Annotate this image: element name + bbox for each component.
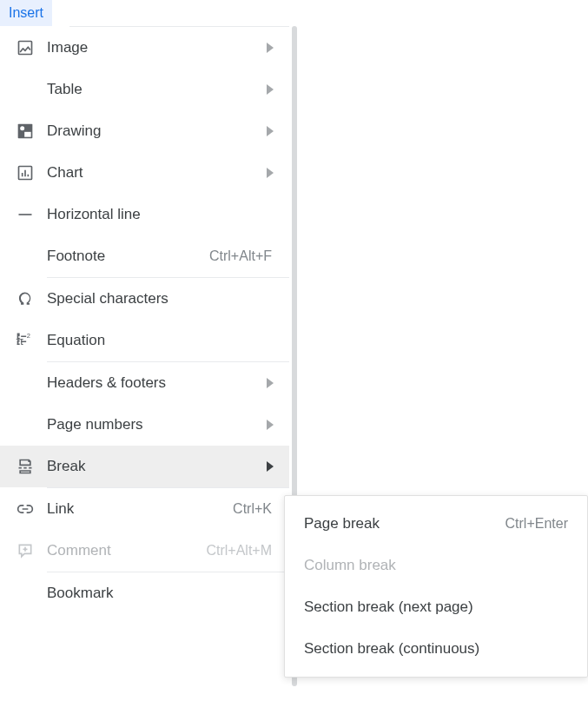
menu-item-chart[interactable]: Chart <box>0 152 289 194</box>
submenu-item-page-break[interactable]: Page break Ctrl+Enter <box>285 503 587 545</box>
submenu-item-shortcut: Ctrl+Enter <box>505 516 568 532</box>
menu-item-headers-footers[interactable]: Headers & footers <box>0 362 289 404</box>
svg-text:π: π <box>16 334 23 347</box>
menu-item-label: Chart <box>47 164 260 182</box>
menu-item-special-characters[interactable]: Special characters <box>0 278 289 320</box>
menu-item-drawing[interactable]: Drawing <box>0 110 289 152</box>
submenu-item-label: Page break <box>304 515 505 532</box>
menu-item-label: Comment <box>47 542 206 559</box>
menu-item-break[interactable]: Break <box>0 446 289 487</box>
chevron-right-icon <box>267 43 274 53</box>
menu-item-link[interactable]: Link Ctrl+K <box>0 488 289 530</box>
break-submenu: Page break Ctrl+Enter Column break Secti… <box>284 495 588 678</box>
chevron-right-icon <box>267 420 274 430</box>
menu-item-label: Horizontal line <box>47 206 274 223</box>
menu-item-bookmark[interactable]: Bookmark <box>0 572 289 614</box>
horizontal-line-icon <box>16 205 35 224</box>
menu-item-horizontal-line[interactable]: Horizontal line <box>0 194 289 235</box>
menu-item-label: Equation <box>47 332 274 349</box>
link-icon <box>16 499 35 519</box>
omega-icon <box>16 289 35 308</box>
menu-item-label: Break <box>47 458 260 475</box>
menu-item-label: Page numbers <box>47 416 260 433</box>
menu-item-shortcut: Ctrl+K <box>233 501 272 517</box>
chevron-right-icon <box>267 126 274 136</box>
menu-item-label: Image <box>47 39 260 56</box>
chevron-right-icon <box>267 461 274 472</box>
page-break-icon <box>16 457 35 476</box>
menu-item-label: Special characters <box>47 290 274 308</box>
menu-item-comment: Comment Ctrl+Alt+M <box>0 530 289 572</box>
menu-item-label: Footnote <box>47 248 209 265</box>
submenu-item-section-next-page[interactable]: Section break (next page) <box>285 586 587 628</box>
submenu-item-label: Section break (next page) <box>304 598 568 616</box>
svg-text:2: 2 <box>27 332 30 340</box>
chevron-right-icon <box>267 168 274 178</box>
drawing-icon <box>16 122 35 141</box>
insert-menu-panel: Image Table Drawing Chart Horizontal lin… <box>0 26 289 614</box>
submenu-item-label: Column break <box>304 557 568 574</box>
menu-item-label: Bookmark <box>47 585 274 602</box>
submenu-item-label: Section break (continuous) <box>304 640 568 658</box>
menu-item-label: Link <box>47 500 233 518</box>
svg-rect-3 <box>24 132 30 137</box>
menu-item-table[interactable]: Table <box>0 69 289 110</box>
menu-item-page-numbers[interactable]: Page numbers <box>0 404 289 446</box>
menu-item-label: Headers & footers <box>47 374 260 392</box>
menu-item-image[interactable]: Image <box>0 27 289 69</box>
submenu-item-section-continuous[interactable]: Section break (continuous) <box>285 628 587 670</box>
svg-point-2 <box>20 126 24 130</box>
chart-icon <box>16 163 35 182</box>
chevron-right-icon <box>267 378 274 388</box>
menu-item-equation[interactable]: π2 Equation <box>0 320 289 361</box>
menu-item-label: Drawing <box>47 122 260 140</box>
comment-icon <box>16 541 35 560</box>
insert-menu-tab[interactable]: Insert <box>0 0 52 26</box>
menu-item-label: Table <box>47 81 260 98</box>
menu-item-shortcut: Ctrl+Alt+F <box>209 248 272 264</box>
menu-item-shortcut: Ctrl+Alt+M <box>206 543 272 559</box>
chevron-right-icon <box>267 84 274 95</box>
submenu-item-column-break: Column break <box>285 545 587 586</box>
image-icon <box>16 38 35 57</box>
equation-icon: π2 <box>16 331 35 350</box>
menu-item-footnote[interactable]: Footnote Ctrl+Alt+F <box>0 235 289 277</box>
